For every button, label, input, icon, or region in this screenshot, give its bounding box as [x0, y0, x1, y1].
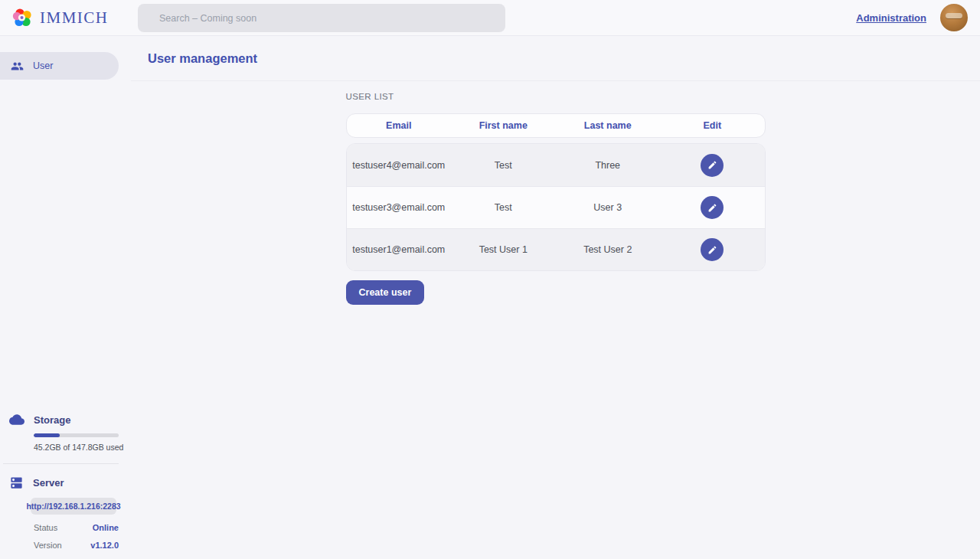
column-header-email: Email	[347, 120, 452, 131]
cell-first-name: Test	[451, 202, 556, 213]
app-title: IMMICH	[40, 8, 109, 28]
main-content: User management USER LIST Email First na…	[131, 36, 980, 559]
sidebar: User Storage 45.2GB of 147.8GB used	[0, 36, 131, 559]
administration-link[interactable]: Administration	[856, 12, 926, 24]
pencil-icon	[707, 203, 717, 213]
user-list-label: USER LIST	[346, 92, 766, 101]
storage-progress-bar	[34, 433, 119, 437]
top-bar: IMMICH Administration	[0, 0, 980, 36]
cloud-icon	[9, 412, 24, 427]
cell-last-name: Three	[556, 160, 661, 171]
server-icon	[9, 476, 24, 490]
user-table: testuser4@email.com Test Three	[346, 143, 766, 271]
server-status-value: Online	[93, 523, 119, 532]
sidebar-footer: Storage 45.2GB of 147.8GB used Server ht…	[0, 412, 131, 559]
immich-logo[interactable]: IMMICH	[12, 7, 109, 28]
cell-email: testuser4@email.com	[347, 160, 452, 171]
table-row: testuser1@email.com Test User 1 Test Use…	[347, 228, 765, 270]
cell-email: testuser1@email.com	[347, 244, 452, 255]
title-band: User management	[131, 36, 980, 81]
cell-last-name: Test User 2	[556, 244, 661, 255]
storage-usage-text: 45.2GB of 147.8GB used	[34, 443, 131, 452]
sidebar-item-label: User	[33, 60, 53, 71]
server-title: Server	[33, 477, 64, 489]
cell-email: testuser3@email.com	[347, 202, 452, 213]
edit-user-button[interactable]	[701, 196, 724, 219]
edit-user-button[interactable]	[701, 154, 724, 177]
page-title: User management	[148, 51, 257, 66]
cell-first-name: Test	[451, 160, 556, 171]
table-row: testuser3@email.com Test User 3	[347, 186, 765, 228]
sidebar-item-user[interactable]: User	[0, 52, 119, 80]
server-url: http://192.168.1.216:2283	[31, 498, 116, 515]
immich-flower-icon	[12, 7, 34, 28]
search-input[interactable]	[138, 4, 505, 32]
pencil-icon	[707, 160, 717, 170]
sidebar-divider	[3, 463, 119, 464]
cell-last-name: User 3	[556, 202, 661, 213]
server-version-label: Version	[34, 541, 62, 550]
column-header-edit: Edit	[660, 120, 765, 131]
users-icon	[11, 60, 24, 73]
pencil-icon	[707, 245, 717, 255]
edit-user-button[interactable]	[701, 238, 724, 261]
user-table-header: Email First name Last name Edit	[346, 113, 766, 138]
storage-title: Storage	[34, 414, 70, 426]
server-status-label: Status	[34, 523, 57, 532]
storage-progress-fill	[34, 433, 60, 437]
table-row: testuser4@email.com Test Three	[347, 144, 765, 186]
column-header-last-name: Last name	[556, 120, 661, 131]
create-user-button[interactable]: Create user	[346, 280, 425, 305]
column-header-first-name: First name	[451, 120, 556, 131]
user-avatar[interactable]	[940, 4, 968, 31]
cell-first-name: Test User 1	[451, 244, 556, 255]
server-version-value: v1.12.0	[90, 541, 119, 550]
